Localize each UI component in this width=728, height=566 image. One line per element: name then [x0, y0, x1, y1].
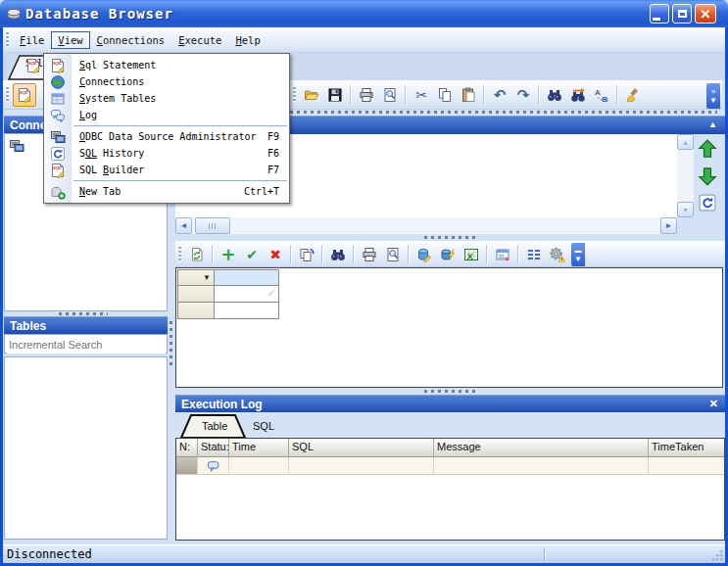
- export-excel-button[interactable]: X: [460, 243, 483, 266]
- incremental-search-input[interactable]: [7, 336, 166, 354]
- print-preview-icon: [385, 247, 401, 262]
- menu-item-log[interactable]: Log: [44, 107, 289, 123]
- record-form-icon: [495, 247, 510, 262]
- menu-item-odbc-administrator[interactable]: ODBC Data Source Administrator F9: [44, 128, 289, 145]
- scroll-right-button[interactable]: ►: [660, 217, 677, 234]
- grid-cell-selected[interactable]: [215, 269, 279, 286]
- close-button[interactable]: ✕: [695, 4, 716, 24]
- grid-row-selector[interactable]: [177, 303, 215, 319]
- sql-statement-view-button[interactable]: SQL: [13, 83, 36, 107]
- title-bar[interactable]: Database Browser: [0, 0, 728, 27]
- save-button[interactable]: [323, 83, 347, 107]
- edit-database-button[interactable]: [413, 243, 436, 266]
- refresh-button[interactable]: [699, 194, 716, 212]
- toolbar-overflow-chevron[interactable]: » ▼: [706, 83, 720, 109]
- minimize-icon: [653, 18, 660, 21]
- menu-item-sql-history[interactable]: SQL History F6: [44, 145, 289, 162]
- grid-cell[interactable]: [215, 303, 279, 319]
- grid-selector-header[interactable]: ▼: [177, 269, 215, 286]
- undo-button[interactable]: ↶: [488, 83, 511, 107]
- collapse-panel-icon[interactable]: ▲: [708, 119, 717, 129]
- menu-item-new-tab[interactable]: New Tab Ctrl+T: [44, 183, 289, 200]
- chevron-right-icon: »: [711, 87, 715, 96]
- record-form-button[interactable]: [491, 243, 514, 266]
- close-icon: ✕: [701, 7, 711, 22]
- tables-list[interactable]: [4, 356, 168, 540]
- menu-view[interactable]: View: [51, 31, 89, 49]
- toolbar-overflow-chevron[interactable]: ▬ ▼: [571, 243, 585, 266]
- menu-item-system-tables[interactable]: System Tables: [44, 90, 289, 107]
- replace-text-button[interactable]: A B: [590, 83, 613, 107]
- connection-node-icon: [9, 138, 24, 154]
- svg-text:SQL: SQL: [28, 61, 37, 66]
- grid-print-button[interactable]: [358, 243, 381, 266]
- column-header-time[interactable]: Time: [229, 439, 289, 456]
- menu-help[interactable]: Help: [228, 31, 267, 49]
- scroll-up-button[interactable]: ▲: [677, 134, 694, 150]
- data-grid-area[interactable]: ▼ ✔: [175, 267, 723, 388]
- print-button[interactable]: [355, 83, 378, 107]
- close-panel-icon[interactable]: ✕: [709, 398, 718, 410]
- column-header-sql[interactable]: SQL: [289, 439, 434, 456]
- log-row[interactable]: [176, 457, 724, 475]
- log-tab-sql[interactable]: SQL: [253, 420, 274, 432]
- copy-button[interactable]: [433, 83, 457, 107]
- redo-icon: ↷: [517, 86, 530, 104]
- menu-connections[interactable]: Connections: [90, 31, 172, 49]
- editor-hscrollbar[interactable]: ◄ ►: [175, 217, 677, 234]
- incremental-search-box[interactable]: [4, 334, 168, 354]
- grid-row-selector[interactable]: [177, 286, 215, 303]
- log-splitter[interactable]: [424, 390, 477, 393]
- column-header-timetaken[interactable]: TimeTaken: [649, 439, 724, 456]
- cut-button[interactable]: ✂: [410, 83, 433, 107]
- menubar-grip[interactable]: [6, 32, 9, 48]
- grid-find-button[interactable]: [326, 243, 350, 266]
- column-header-status[interactable]: Statu:: [198, 439, 229, 456]
- vertical-splitter[interactable]: [170, 321, 172, 368]
- find-button[interactable]: [543, 83, 566, 107]
- refresh-data-button[interactable]: [185, 243, 209, 266]
- cancel-edit-button[interactable]: ✖: [264, 243, 287, 266]
- scroll-left-button[interactable]: ◄: [175, 217, 192, 234]
- move-up-button[interactable]: [698, 138, 719, 160]
- options-warning-button[interactable]: [546, 243, 569, 266]
- scroll-down-button[interactable]: ▼: [677, 202, 694, 217]
- grid-print-preview-button[interactable]: [381, 243, 405, 266]
- sql-statement-icon: SQL: [17, 87, 32, 103]
- menu-item-sql-statement[interactable]: SQL Sql Statement: [44, 57, 289, 73]
- column-header-n[interactable]: N:: [176, 439, 198, 456]
- svg-text:X: X: [467, 250, 474, 260]
- menu-item-sql-builder[interactable]: SQL SQL Builder F7: [44, 162, 289, 178]
- resize-grip[interactable]: [711, 549, 724, 562]
- menu-item-connections[interactable]: Connections: [44, 73, 289, 90]
- print-preview-button[interactable]: [378, 83, 402, 107]
- toolbar-grip[interactable]: [293, 87, 296, 103]
- menu-file[interactable]: File: [13, 31, 51, 49]
- maximize-button[interactable]: [672, 4, 692, 24]
- paste-button[interactable]: [457, 83, 480, 107]
- clear-window-button[interactable]: [621, 83, 645, 107]
- horizontal-splitter[interactable]: [59, 312, 108, 315]
- log-row-selector[interactable]: [176, 457, 198, 474]
- toolbar-grip[interactable]: [178, 247, 181, 262]
- insert-record-button[interactable]: +: [217, 243, 240, 266]
- svg-text:B: B: [603, 95, 608, 103]
- column-header-message[interactable]: Message: [434, 439, 649, 456]
- menu-execute[interactable]: Execute: [171, 31, 228, 49]
- edit-blob-button[interactable]: [436, 243, 460, 266]
- open-button[interactable]: [300, 83, 323, 107]
- toolbar-grip[interactable]: [6, 87, 9, 103]
- copy-records-button[interactable]: [295, 243, 318, 266]
- minimize-button[interactable]: [650, 4, 669, 24]
- post-edit-button[interactable]: ✔: [240, 243, 264, 266]
- editor-vscrollbar[interactable]: ▲ ▼: [677, 134, 694, 217]
- log-tab-table[interactable]: Table: [178, 413, 251, 439]
- grid-splitter[interactable]: [424, 236, 477, 239]
- redo-button[interactable]: ↷: [511, 83, 535, 107]
- hscroll-thumb[interactable]: [195, 217, 230, 234]
- move-down-button[interactable]: [698, 165, 719, 187]
- grid-cell[interactable]: ✔: [215, 286, 279, 303]
- columns-button[interactable]: [522, 243, 546, 266]
- find-replace-button[interactable]: [566, 83, 590, 107]
- plus-icon: +: [220, 244, 235, 264]
